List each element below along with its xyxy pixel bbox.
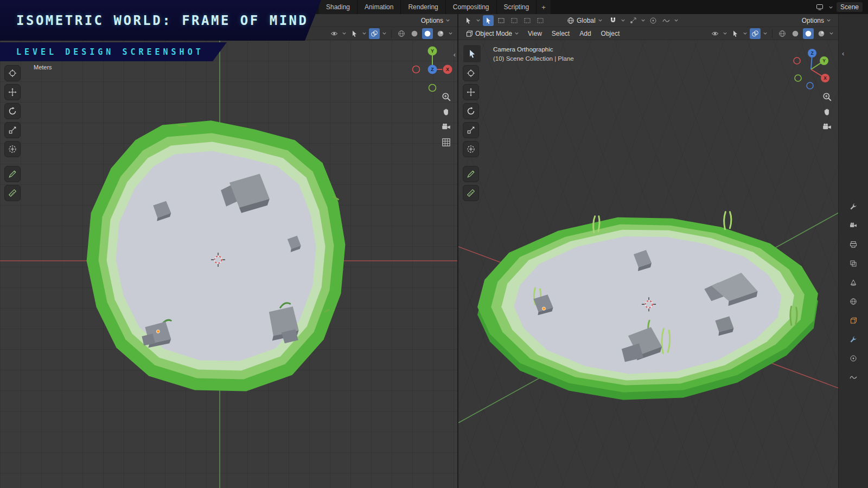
- select-box-mode-button[interactable]: [496, 15, 507, 26]
- physics-tab-icon[interactable]: [848, 353, 859, 364]
- gizmo-x-neg-ball[interactable]: [794, 57, 800, 64]
- shading-rendered-icon[interactable]: [816, 28, 827, 39]
- world-tab-icon[interactable]: [848, 296, 859, 307]
- camera-label: Camera Orthographic: [493, 45, 574, 54]
- scale-tool-button[interactable]: [463, 122, 479, 138]
- cursor-tool-button[interactable]: [4, 65, 21, 81]
- grid-icon[interactable]: [442, 138, 451, 147]
- options-dropdown[interactable]: Options: [418, 16, 453, 25]
- zoom-icon[interactable]: [822, 92, 832, 101]
- mode-label: Object Mode: [475, 30, 512, 37]
- scene-selector[interactable]: Scene: [837, 2, 863, 12]
- transform-tool-button[interactable]: [463, 141, 479, 157]
- select-lasso-mode-button[interactable]: [522, 15, 533, 26]
- camera-view-scene: [458, 40, 838, 488]
- svg-text:Z: Z: [431, 67, 434, 72]
- tab-scripting[interactable]: Scripting: [497, 0, 537, 14]
- properties-tabs: [839, 201, 868, 383]
- island-camera-view: [477, 217, 818, 400]
- viewport-top-canvas[interactable]: Meters Y: [0, 40, 457, 488]
- show-gizmo-icon[interactable]: [730, 28, 741, 39]
- svg-text:X: X: [446, 67, 449, 72]
- tab-shading[interactable]: Shading: [319, 0, 358, 14]
- visibility-eye-icon[interactable]: [329, 28, 340, 39]
- move-tool-button[interactable]: [463, 84, 479, 100]
- menu-select[interactable]: Select: [548, 29, 573, 38]
- viewport-camera-canvas[interactable]: Camera Orthographic (10) Scene Collectio…: [458, 40, 838, 488]
- shading-wireframe-icon[interactable]: [396, 28, 407, 39]
- chevron-down-icon: [342, 31, 347, 36]
- region-toggle-chevron[interactable]: ‹: [842, 50, 844, 57]
- visibility-eye-icon[interactable]: [710, 28, 720, 39]
- chevron-down-icon: [763, 31, 768, 36]
- active-tool-button[interactable]: [463, 44, 481, 63]
- tool-dropdown-icon[interactable]: [463, 15, 474, 26]
- pan-icon[interactable]: [822, 107, 832, 117]
- tab-compositing[interactable]: Compositing: [446, 0, 497, 14]
- mode-dropdown[interactable]: Object Mode: [463, 29, 522, 38]
- modifiers-tab-icon[interactable]: [848, 334, 859, 345]
- magnet-icon[interactable]: [608, 15, 618, 26]
- object-tab-icon[interactable]: [848, 315, 859, 326]
- shading-solid-icon[interactable]: [790, 28, 801, 39]
- show-overlays-icon[interactable]: [750, 28, 761, 39]
- scale-tool-button[interactable]: [4, 122, 21, 138]
- gizmo-y-neg-ball[interactable]: [429, 85, 436, 92]
- show-gizmo-icon[interactable]: [349, 28, 360, 39]
- chevron-down-icon: [641, 18, 646, 23]
- screen-icon[interactable]: [814, 2, 825, 12]
- tweak-select-mode-button[interactable]: [483, 15, 494, 26]
- svg-text:Z: Z: [810, 50, 813, 56]
- annotate-tool-button[interactable]: [4, 166, 21, 182]
- options-dropdown[interactable]: Options: [799, 16, 834, 25]
- measure-tool-button[interactable]: [463, 185, 479, 201]
- camera-icon[interactable]: [442, 123, 451, 132]
- shading-material-icon[interactable]: [803, 28, 814, 39]
- measure-tool-button[interactable]: [4, 185, 21, 201]
- move-tool-button[interactable]: [4, 84, 21, 100]
- transform-tool-button[interactable]: [4, 141, 21, 157]
- annotate-tool-button[interactable]: [463, 166, 479, 182]
- scene-tab-icon[interactable]: [848, 277, 859, 288]
- proportional-edit-icon[interactable]: [648, 15, 659, 26]
- zoom-icon[interactable]: [442, 92, 451, 101]
- add-workspace-button[interactable]: +: [537, 0, 551, 14]
- menu-view[interactable]: View: [524, 29, 546, 38]
- constraints-tab-icon[interactable]: [848, 372, 859, 383]
- output-tab-icon[interactable]: [848, 239, 859, 250]
- cursor-tool-button[interactable]: [463, 65, 479, 81]
- orientation-dropdown[interactable]: Global: [564, 16, 605, 25]
- sidebar-toggle-chevron[interactable]: ‹: [454, 51, 456, 58]
- rotate-tool-button[interactable]: [463, 103, 479, 119]
- shading-material-icon[interactable]: [422, 28, 433, 39]
- navigation-gizmo[interactable]: Y Z X: [411, 43, 454, 93]
- options-label: Options: [802, 17, 824, 24]
- tab-animation[interactable]: Animation: [358, 0, 401, 14]
- tool-tab-icon[interactable]: [848, 201, 859, 212]
- tab-rendering[interactable]: Rendering: [401, 0, 445, 14]
- shading-rendered-icon[interactable]: [435, 28, 446, 39]
- gizmo-z-neg-ball[interactable]: [807, 82, 813, 89]
- falloff-icon[interactable]: [661, 15, 672, 26]
- topbar-right: Scene: [814, 0, 868, 14]
- snap-target-icon[interactable]: [628, 15, 639, 26]
- show-overlays-icon[interactable]: [369, 28, 380, 39]
- gizmo-x-neg-ball[interactable]: [413, 66, 420, 73]
- shading-solid-icon[interactable]: [409, 28, 420, 39]
- pan-icon[interactable]: [442, 107, 451, 117]
- navigation-gizmo[interactable]: Z Y X: [789, 47, 833, 90]
- select-circle-mode-button[interactable]: [509, 15, 520, 26]
- render-tab-icon[interactable]: [848, 220, 859, 231]
- gizmo-y-neg-ball[interactable]: [795, 75, 801, 81]
- blender-window: Shading Animation Rendering Compositing …: [0, 0, 868, 488]
- select-extend-mode-button[interactable]: [535, 15, 546, 26]
- top-view-scene: [0, 40, 457, 488]
- camera-icon[interactable]: [822, 123, 832, 132]
- shading-wireframe-icon[interactable]: [777, 28, 788, 39]
- menu-add[interactable]: Add: [576, 29, 595, 38]
- rotate-tool-button[interactable]: [4, 103, 21, 119]
- unit-label: Meters: [34, 64, 52, 70]
- chevron-down-icon: [829, 31, 834, 36]
- view-layer-tab-icon[interactable]: [848, 258, 859, 269]
- menu-object[interactable]: Object: [597, 29, 624, 38]
